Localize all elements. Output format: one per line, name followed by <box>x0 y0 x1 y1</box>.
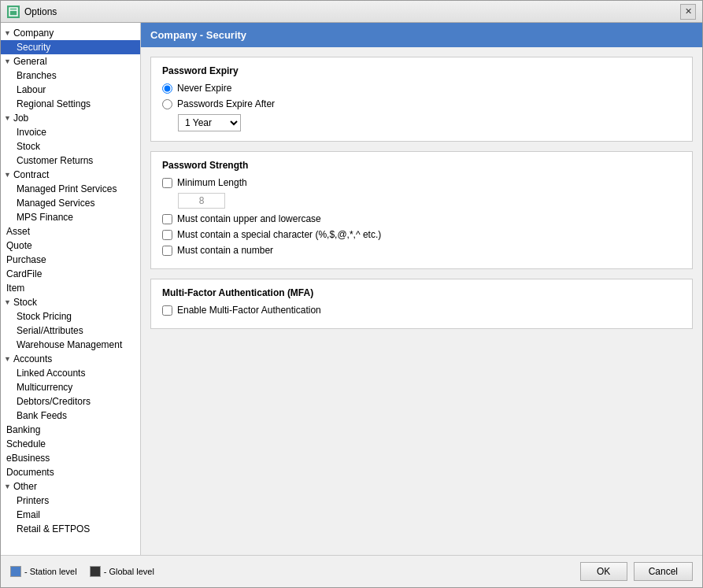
window-title: Options <box>24 6 57 17</box>
uppercase-checkbox[interactable] <box>162 214 172 224</box>
sidebar-label-debtors-creditors: Debtors/Creditors <box>17 396 91 407</box>
sidebar-item-linked-accounts[interactable]: Linked Accounts <box>1 366 140 380</box>
sidebar-label-retail-eftpos: Retail & EFTPOS <box>17 523 90 534</box>
sidebar-item-invoice[interactable]: Invoice <box>1 125 140 139</box>
never-expire-radio[interactable] <box>162 83 172 94</box>
sidebar-label-other: Other <box>13 481 37 492</box>
sidebar-item-documents[interactable]: Documents <box>1 465 140 479</box>
sidebar-label-branches: Branches <box>17 70 57 81</box>
sidebar-label-job: Job <box>13 113 28 124</box>
sidebar-item-contract[interactable]: ▼Contract <box>1 168 140 182</box>
enable-mfa-label: Enable Multi-Factor Authentication <box>177 305 321 316</box>
sidebar-item-general[interactable]: ▼General <box>1 54 140 68</box>
sidebar-item-other[interactable]: ▼Other <box>1 479 140 494</box>
sidebar-item-cardfile[interactable]: CardFile <box>1 267 140 281</box>
uppercase-label: Must contain upper and lowercase <box>177 213 321 224</box>
tree-arrow-job: ▼ <box>4 114 11 122</box>
sidebar-label-company: Company <box>13 28 54 39</box>
password-expiry-title: Password Expiry <box>162 65 681 76</box>
sidebar-item-debtors-creditors[interactable]: Debtors/Creditors <box>1 394 140 409</box>
sidebar-label-contract: Contract <box>13 169 49 180</box>
ok-button[interactable]: OK <box>580 562 627 581</box>
sidebar-item-retail-eftpos[interactable]: Retail & EFTPOS <box>1 522 140 536</box>
options-window: Options ✕ ▼CompanySecurity▼GeneralBranch… <box>0 0 703 588</box>
sidebar-item-stock-job[interactable]: Stock <box>1 139 140 153</box>
sidebar-item-customer-returns[interactable]: Customer Returns <box>1 153 140 168</box>
mfa-title: Multi-Factor Authentication (MFA) <box>162 287 681 298</box>
password-expiry-section: Password Expiry Never Expire Passwords E… <box>150 57 693 142</box>
close-button[interactable]: ✕ <box>680 4 696 20</box>
sidebar-item-company[interactable]: ▼Company <box>1 26 140 40</box>
sidebar-item-ebusiness[interactable]: eBusiness <box>1 451 140 465</box>
sidebar-item-banking[interactable]: Banking <box>1 423 140 437</box>
mfa-section: Multi-Factor Authentication (MFA) Enable… <box>150 279 693 329</box>
year-select[interactable]: 1 Year2 Years3 Years6 Months <box>178 114 241 131</box>
password-strength-title: Password Strength <box>162 160 681 171</box>
sidebar-label-stock-pricing: Stock Pricing <box>17 311 72 322</box>
sidebar-item-security[interactable]: Security <box>1 40 140 54</box>
sidebar-item-bank-feeds[interactable]: Bank Feeds <box>1 409 140 423</box>
sidebar-item-quote[interactable]: Quote <box>1 239 140 253</box>
sidebar-label-security: Security <box>17 42 50 53</box>
footer-buttons: OK Cancel <box>580 562 693 581</box>
sidebar-label-warehouse-management: Warehouse Management <box>17 339 122 350</box>
sidebar-item-branches[interactable]: Branches <box>1 68 140 83</box>
sidebar-label-cardfile: CardFile <box>6 268 42 279</box>
sidebar-item-accounts[interactable]: ▼Accounts <box>1 352 140 366</box>
sidebar-item-stock[interactable]: ▼Stock <box>1 295 140 309</box>
sidebar-label-customer-returns: Customer Returns <box>17 155 93 166</box>
sidebar-label-email: Email <box>17 509 40 520</box>
tree-arrow-stock: ▼ <box>4 298 11 306</box>
expire-after-radio[interactable] <box>162 99 172 109</box>
sidebar-item-printers[interactable]: Printers <box>1 494 140 508</box>
sidebar-label-documents: Documents <box>6 467 54 478</box>
sidebar-label-labour: Labour <box>17 84 46 95</box>
special-char-label: Must contain a special character (%,$,@,… <box>177 229 381 240</box>
minimum-length-checkbox[interactable] <box>162 178 172 188</box>
sidebar-label-quote: Quote <box>6 240 32 251</box>
cancel-button[interactable]: Cancel <box>634 562 693 581</box>
password-strength-section: Password Strength Minimum Length Must co… <box>150 151 693 269</box>
never-expire-label: Never Expire <box>177 83 231 94</box>
sidebar-item-purchase[interactable]: Purchase <box>1 253 140 267</box>
panel-body: Password Expiry Never Expire Passwords E… <box>141 47 702 555</box>
uppercase-row: Must contain upper and lowercase <box>162 213 681 224</box>
sidebar-item-managed-services[interactable]: Managed Services <box>1 196 140 210</box>
sidebar-label-managed-print-services: Managed Print Services <box>17 183 117 194</box>
sidebar-label-regional-settings: Regional Settings <box>17 98 91 109</box>
svg-rect-0 <box>9 8 17 16</box>
sidebar-item-schedule[interactable]: Schedule <box>1 437 140 451</box>
sidebar-label-multicurrency: Multicurrency <box>17 382 72 393</box>
right-panel: Company - Security Password Expiry Never… <box>141 23 702 555</box>
sidebar-item-labour[interactable]: Labour <box>1 83 140 97</box>
sidebar-label-linked-accounts: Linked Accounts <box>17 368 85 379</box>
number-checkbox[interactable] <box>162 246 172 256</box>
sidebar-item-email[interactable]: Email <box>1 508 140 522</box>
tree-arrow-company: ▼ <box>4 29 11 37</box>
sidebar-item-mps-finance[interactable]: MPS Finance <box>1 210 140 224</box>
minimum-length-label: Minimum Length <box>177 177 247 188</box>
sidebar-item-managed-print-services[interactable]: Managed Print Services <box>1 182 140 196</box>
title-bar: Options ✕ <box>1 1 702 23</box>
sidebar-item-asset[interactable]: Asset <box>1 224 140 239</box>
special-char-checkbox[interactable] <box>162 230 172 240</box>
sidebar-label-invoice: Invoice <box>17 127 46 138</box>
sidebar-label-stock-job: Stock <box>17 141 40 152</box>
expire-after-row: Passwords Expire After <box>162 98 681 109</box>
station-legend-box <box>10 566 21 577</box>
sidebar-label-managed-services: Managed Services <box>17 198 94 209</box>
station-legend-label: - Station level <box>24 567 77 576</box>
sidebar-item-item[interactable]: Item <box>1 281 140 295</box>
sidebar-item-multicurrency[interactable]: Multicurrency <box>1 380 140 394</box>
sidebar-item-stock-pricing[interactable]: Stock Pricing <box>1 309 140 324</box>
station-legend: - Station level <box>10 566 77 577</box>
enable-mfa-row: Enable Multi-Factor Authentication <box>162 305 681 316</box>
sidebar-item-serial-attributes[interactable]: Serial/Attributes <box>1 324 140 338</box>
sidebar-item-job[interactable]: ▼Job <box>1 111 140 125</box>
enable-mfa-checkbox[interactable] <box>162 305 172 316</box>
sidebar-item-warehouse-management[interactable]: Warehouse Management <box>1 338 140 352</box>
sidebar-item-regional-settings[interactable]: Regional Settings <box>1 97 140 111</box>
legend: - Station level - Global level <box>10 566 154 577</box>
minimum-length-input[interactable] <box>178 193 225 209</box>
year-select-row: 1 Year2 Years3 Years6 Months <box>178 114 681 131</box>
